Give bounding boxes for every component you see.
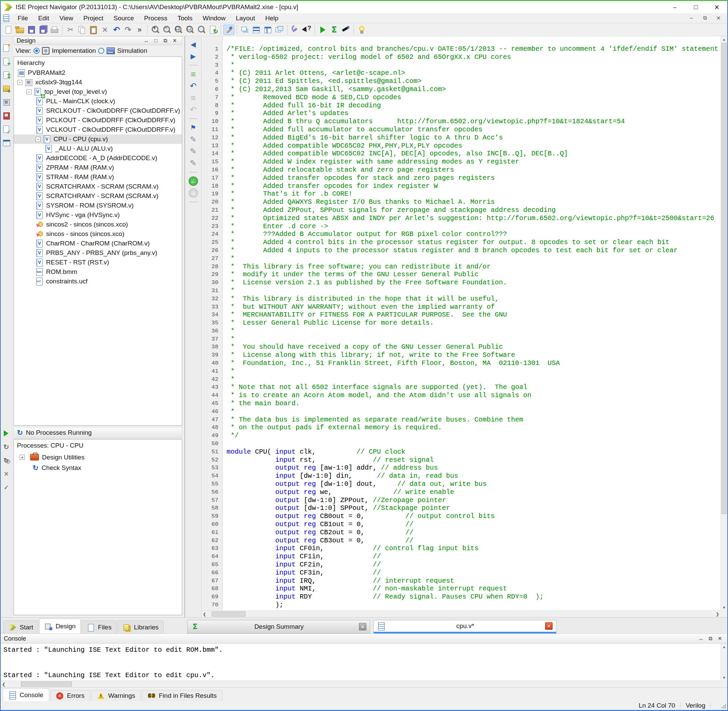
tree-item[interactable]: CharROM - CharROM (CharROM.v) bbox=[14, 239, 182, 248]
tree-item[interactable]: ROM.bmm bbox=[14, 267, 182, 277]
more-icon[interactable] bbox=[134, 25, 145, 35]
zoom-in-icon[interactable]: + bbox=[150, 25, 161, 35]
menu-view[interactable]: View bbox=[54, 13, 78, 24]
save-all-icon[interactable] bbox=[38, 25, 49, 35]
copy-icon[interactable] bbox=[77, 25, 87, 35]
float-window-icon[interactable] bbox=[274, 25, 285, 35]
scroll-down-icon[interactable]: ▼ bbox=[721, 674, 727, 680]
highlight-lines-icon[interactable] bbox=[188, 69, 198, 79]
tree-item[interactable]: AddrDECODE - A_D (AddrDECODE.v) bbox=[14, 153, 182, 163]
paste-icon[interactable] bbox=[88, 25, 99, 35]
run-process-icon[interactable] bbox=[2, 429, 11, 438]
cascade-windows-icon[interactable] bbox=[239, 25, 250, 35]
process-item[interactable]: ↻Check Syntax bbox=[17, 463, 179, 473]
add-source-icon[interactable] bbox=[2, 57, 11, 66]
tree-item[interactable]: RESET - RST (RST.v) bbox=[14, 258, 182, 267]
tab-console[interactable]: Console bbox=[3, 688, 49, 701]
scroll-right-icon[interactable]: ❯ bbox=[715, 611, 721, 617]
close-panel-icon[interactable]: ✕ bbox=[170, 38, 179, 44]
tree-item[interactable]: PLL - MainCLK (clock.v) bbox=[14, 96, 182, 106]
tree-item[interactable]: sincos - sincos (sincos.xco) bbox=[14, 229, 182, 239]
console-vertical-scrollbar[interactable]: ▲ ▼ bbox=[721, 644, 727, 680]
open-project-icon[interactable] bbox=[15, 25, 25, 35]
go-forward-icon[interactable] bbox=[189, 188, 198, 198]
print-icon[interactable] bbox=[49, 25, 60, 35]
close-button[interactable]: ✕ bbox=[706, 1, 727, 13]
summary-icon[interactable] bbox=[329, 25, 340, 35]
restore-icon[interactable]: ⧉ bbox=[706, 636, 715, 642]
console-horizontal-scrollbar[interactable]: ❮ bbox=[1, 680, 721, 687]
tab-design[interactable]: Design bbox=[39, 618, 81, 633]
scroll-left-icon[interactable]: ❮ bbox=[201, 611, 208, 617]
menu-source[interactable]: Source bbox=[108, 13, 139, 24]
find-icon[interactable] bbox=[196, 25, 207, 35]
lines-disabled-icon[interactable] bbox=[188, 93, 198, 103]
redo-icon[interactable] bbox=[123, 25, 133, 35]
hierarchy-tree[interactable]: PVBRAMalt2-xc6slx9-3tqg144-top_level (to… bbox=[14, 68, 182, 425]
expander-icon[interactable]: + bbox=[20, 455, 25, 460]
dock-icon[interactable]: ↔ bbox=[142, 38, 151, 44]
context-help-icon[interactable] bbox=[301, 25, 312, 35]
edit-preferences-icon[interactable] bbox=[223, 25, 234, 35]
cut-icon[interactable] bbox=[65, 25, 76, 35]
scrollbar-thumb[interactable] bbox=[212, 611, 245, 617]
tile-horizontal-icon[interactable] bbox=[251, 25, 262, 35]
rerun-process-icon[interactable] bbox=[2, 443, 11, 451]
new-document-icon[interactable] bbox=[3, 25, 14, 35]
tree-item[interactable]: -CPU - CPU (cpu.v) bbox=[14, 134, 182, 144]
settings-wrench-icon[interactable] bbox=[290, 25, 301, 35]
menu-project[interactable]: Project bbox=[78, 13, 108, 24]
close-tab-icon[interactable]: ✕ bbox=[545, 622, 552, 630]
tab-warnings[interactable]: Warnings bbox=[91, 690, 141, 701]
navigate-back-icon[interactable] bbox=[188, 40, 198, 49]
tree-item[interactable]: _ALU - ALU (ALU.v) bbox=[14, 144, 182, 153]
scroll-up-icon[interactable]: ▲ bbox=[721, 36, 727, 42]
process-item[interactable]: +Design Utilities bbox=[17, 452, 179, 463]
stop-process-icon[interactable] bbox=[2, 470, 11, 478]
document-tab-cpuv[interactable]: cpu.v*✕ bbox=[374, 620, 556, 633]
menu-window[interactable]: Window bbox=[198, 13, 231, 24]
navigate-forward-icon[interactable] bbox=[188, 52, 198, 61]
run-icon[interactable] bbox=[317, 25, 328, 35]
tree-item[interactable]: -xc6slx9-3tqg144 bbox=[14, 78, 182, 87]
resize-grip[interactable] bbox=[721, 704, 726, 709]
scroll-down-icon[interactable]: ▼ bbox=[721, 604, 727, 611]
new-source-icon[interactable] bbox=[2, 44, 11, 53]
maximize-button[interactable]: □ bbox=[685, 1, 706, 13]
minimize-button[interactable]: – bbox=[665, 1, 685, 13]
menu-file[interactable]: File bbox=[13, 13, 33, 24]
menu-layout[interactable]: Layout bbox=[230, 13, 260, 24]
tree-item[interactable]: PCLKOUT - ClkOutDDRFF (ClkOutDDRFF.v) bbox=[14, 115, 182, 125]
console-output[interactable]: Started : "Launching ISE Text Editor to … bbox=[1, 644, 727, 687]
report-viewer-icon[interactable] bbox=[2, 125, 11, 134]
tree-item[interactable]: constraints.ucf bbox=[14, 277, 182, 286]
process-properties-icon[interactable] bbox=[2, 483, 11, 492]
code-lines[interactable]: 1/*FILE: /optimized, control bits and br… bbox=[201, 45, 721, 611]
float-icon[interactable]: □ bbox=[151, 38, 160, 44]
edit-marker-icon[interactable] bbox=[188, 135, 198, 144]
save-icon[interactable] bbox=[26, 25, 37, 35]
undo-disabled-icon[interactable] bbox=[188, 105, 198, 114]
zoom-full-icon[interactable]: ⬚ bbox=[185, 25, 195, 35]
tree-item[interactable]: VCLKOUT - ClkOutDDRFF (ClkOutDDRFF.v) bbox=[14, 125, 182, 134]
tab-libraries[interactable]: Libraries bbox=[118, 621, 164, 633]
scrollbar-thumb[interactable] bbox=[21, 681, 72, 687]
document-tab-DesignSummary[interactable]: Design Summary✕ bbox=[187, 620, 370, 633]
editor-horizontal-scrollbar[interactable]: ❮ ❯ bbox=[201, 611, 721, 617]
menu-tools[interactable]: Tools bbox=[172, 13, 197, 24]
tree-item[interactable]: HVSync - vga (HVSync.v) bbox=[14, 210, 182, 220]
tree-item[interactable]: SCRATCHRAMY - SCRAM (SCRAM.v) bbox=[14, 191, 182, 201]
edit-marker-2-icon[interactable] bbox=[188, 147, 198, 156]
mdi-close-button[interactable]: ✕ bbox=[712, 15, 725, 21]
tree-item[interactable]: SCRATCHRAMX - SCRAM (SCRAM.v) bbox=[14, 182, 182, 191]
menu-process[interactable]: Process bbox=[139, 13, 173, 24]
lightbulb-icon[interactable] bbox=[356, 25, 367, 35]
zoom-selection-icon[interactable]: ▢ bbox=[173, 25, 184, 35]
tree-item[interactable]: sincos2 - sincos (sincos.xco) bbox=[14, 220, 182, 229]
add-copy-of-source-icon[interactable] bbox=[2, 71, 11, 80]
tile-vertical-icon[interactable] bbox=[263, 25, 273, 35]
edit-marker-3-icon[interactable] bbox=[188, 158, 198, 168]
tree-item[interactable]: SRCLKOUT - ClkOutDDRFF (ClkOutDDRFF.v) bbox=[14, 106, 182, 115]
close-tab-icon[interactable]: ✕ bbox=[359, 623, 366, 630]
bookmark-icon[interactable] bbox=[188, 123, 198, 133]
